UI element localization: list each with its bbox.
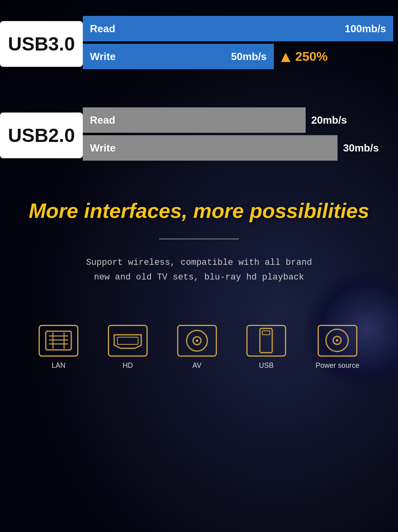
usb30-read-row: Read 100mb/s ▲ 300%: [83, 16, 398, 41]
icon-item-power: Power source: [316, 325, 359, 370]
arrow-up-write-icon: ▲: [278, 49, 294, 64]
usb30-write-percentage: 250%: [295, 49, 328, 64]
support-line2: new and old TV sets, blu-ray hd playback: [16, 270, 382, 285]
svg-point-14: [336, 339, 338, 342]
usb30-read-bar: Read 100mb/s: [83, 16, 393, 41]
usb30-read-label: Read: [90, 23, 115, 35]
usb30-write-bar: Write 50mb/s: [83, 44, 274, 69]
usb-port-label: USB: [259, 361, 273, 370]
usb30-read-speed: 100mb/s: [345, 23, 386, 35]
usb30-write-percentage-wrapper: ▲ 250%: [278, 49, 328, 64]
usb-port-icon: [257, 328, 275, 353]
usb30-bars: Read 100mb/s ▲ 300% Write 50mb/s ▲ 250%: [83, 16, 398, 72]
usb20-read-label: Read: [90, 114, 115, 126]
usb30-write-speed: 50mb/s: [231, 50, 267, 63]
support-text: Support wireless, compatible with all br…: [16, 255, 382, 285]
more-title: More interfaces, more possibilities: [16, 199, 382, 223]
icon-item-hd: HD: [108, 325, 148, 370]
icon-item-lan: LAN: [39, 325, 78, 370]
svg-rect-11: [262, 331, 270, 335]
svg-rect-0: [46, 331, 71, 350]
power-icon-box: [318, 325, 357, 357]
power-icon: [324, 328, 350, 353]
hd-icon-box: [108, 325, 148, 357]
usb20-read-row: Read 20mb/s: [83, 107, 398, 133]
divider: [159, 239, 239, 239]
av-label: AV: [193, 361, 202, 370]
usb20-write-speed: 30mb/s: [343, 142, 379, 154]
support-line1: Support wireless, compatible with all br…: [16, 255, 382, 270]
svg-rect-6: [117, 337, 138, 344]
hd-label: HD: [123, 361, 133, 370]
usb20-write-row: Write 30mb/s: [83, 135, 398, 161]
lan-icon-box: [39, 325, 78, 357]
icons-section: LAN HD AV: [0, 317, 398, 386]
usb-icon-box: [246, 325, 286, 357]
usb20-write-bar: Write: [83, 135, 338, 161]
power-label: Power source: [316, 361, 359, 370]
av-icon-box: [177, 325, 217, 357]
usb20-bars: Read 20mb/s Write 30mb/s: [83, 107, 398, 163]
lan-icon: [44, 330, 73, 351]
usb30-label: USB3.0: [0, 21, 83, 67]
usb20-section: USB2.0 Read 20mb/s Write 30mb/s: [0, 103, 398, 167]
svg-rect-10: [260, 328, 272, 353]
usb20-write-label: Write: [90, 142, 116, 154]
lan-label: LAN: [51, 361, 65, 370]
icon-item-av: AV: [177, 325, 217, 370]
usb20-read-bar: Read: [83, 107, 306, 133]
usb20-read-speed: 20mb/s: [311, 114, 347, 126]
more-section: More interfaces, more possibilities Supp…: [0, 199, 398, 285]
av-icon: [185, 329, 209, 353]
svg-point-9: [196, 340, 198, 342]
usb20-label: USB2.0: [0, 113, 83, 158]
usb30-section: USB3.0 Read 100mb/s ▲ 300% Write 50mb/s: [0, 8, 398, 80]
page-wrapper: USB3.0 Read 100mb/s ▲ 300% Write 50mb/s: [0, 0, 398, 394]
usb30-write-label: Write: [90, 50, 116, 63]
icon-item-usb: USB: [246, 325, 286, 370]
usb30-write-row: Write 50mb/s ▲ 250%: [83, 44, 398, 69]
hd-icon: [112, 331, 144, 351]
